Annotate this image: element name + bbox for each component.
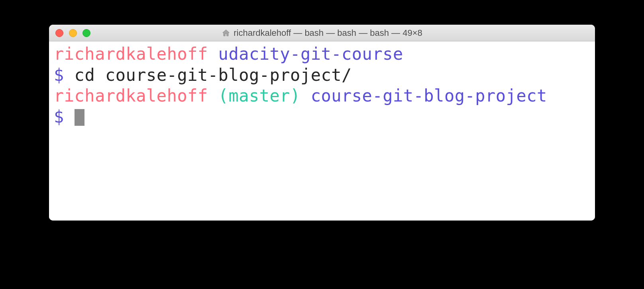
titlebar[interactable]: richardkalehoff — bash — bash — bash — 4… [49,25,595,41]
prompt-symbol: $ [54,107,64,127]
prompt-user: richardkalehoff [54,44,208,64]
prompt-branch: (master) [218,86,300,105]
window-title: richardkalehoff — bash — bash — bash — 4… [234,28,422,38]
cursor [75,109,84,126]
terminal-window: richardkalehoff — bash — bash — bash — 4… [49,25,595,221]
prompt-dir: udacity-git-course [218,44,403,64]
minimize-button[interactable] [69,29,77,37]
prompt-symbol: $ [54,65,64,85]
prompt-user: richardkalehoff [54,86,208,105]
terminal-line: richardkalehoff udacity-git-course [54,44,590,65]
title-wrap: richardkalehoff — bash — bash — bash — 4… [49,28,595,38]
terminal-body[interactable]: richardkalehoff udacity-git-course $ cd … [49,41,595,221]
prompt-dir: course-git-blog-project [311,86,547,105]
maximize-button[interactable] [82,29,90,37]
command-text: cd course-git-blog-project/ [75,65,352,85]
terminal-line: $ cd course-git-blog-project/ [54,65,590,86]
traffic-lights [55,29,90,37]
terminal-line: richardkalehoff (master) course-git-blog… [54,86,590,107]
terminal-line: $ [54,107,590,128]
close-button[interactable] [55,29,63,37]
home-icon [222,29,230,37]
